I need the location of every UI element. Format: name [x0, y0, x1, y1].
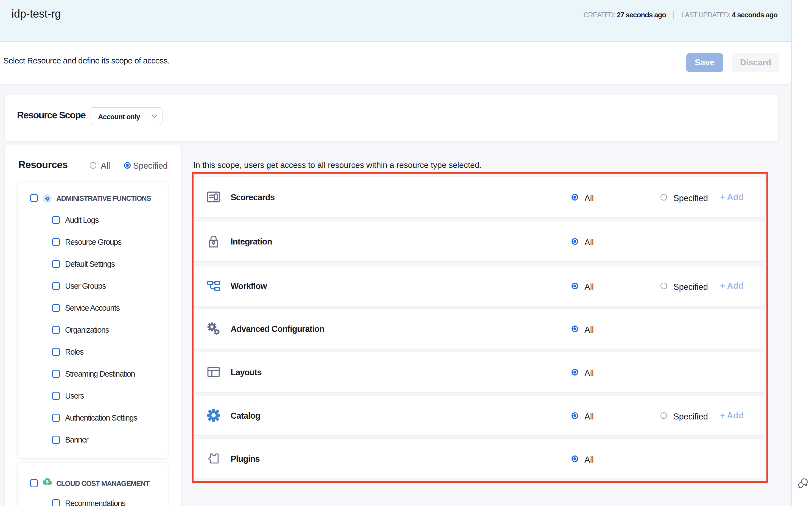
svg-text:$: $	[46, 479, 49, 485]
